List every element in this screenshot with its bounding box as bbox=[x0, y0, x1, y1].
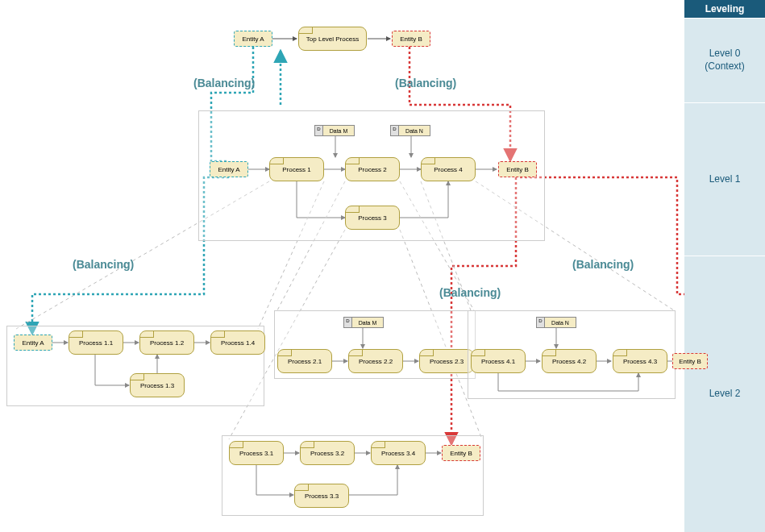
level2-process-3-2: Process 3.2 bbox=[300, 441, 355, 465]
balancing-label-1: (Balancing) bbox=[193, 77, 255, 89]
level2-process-4-2: Process 4.2 bbox=[542, 349, 597, 373]
level2-process-1-2: Process 1.2 bbox=[139, 330, 194, 355]
sidebar-header: Leveling bbox=[684, 0, 765, 18]
level-0-label: Level 0 (Context) bbox=[684, 18, 765, 102]
leveling-sidebar: Leveling Level 0 (Context) Level 1 Level… bbox=[684, 0, 765, 532]
level0-process: Top Level Process bbox=[298, 27, 367, 51]
level2-box2-datastore-m: DData M bbox=[343, 317, 384, 328]
level2-process-2-3: Process 2.3 bbox=[419, 349, 474, 373]
level2-process-2-1: Process 2.1 bbox=[277, 349, 332, 373]
level2-box4-datastore-n: DData N bbox=[536, 317, 576, 328]
level2-process-3-4: Process 3.4 bbox=[371, 441, 426, 465]
level2-process-3-3: Process 3.3 bbox=[294, 484, 349, 508]
level2-process-1-3: Process 1.3 bbox=[130, 373, 185, 397]
balancing-label-5: (Balancing) bbox=[572, 258, 634, 271]
level1-process-3: Process 3 bbox=[345, 206, 400, 230]
level2-box3-entity-b: Entity B bbox=[442, 445, 480, 461]
level2-process-4-1: Process 4.1 bbox=[471, 349, 526, 373]
level2-process-4-3: Process 4.3 bbox=[613, 349, 667, 373]
level1-process-2: Process 2 bbox=[345, 157, 400, 181]
level1-process-4: Process 4 bbox=[421, 157, 476, 181]
level0-entity-b: Entity B bbox=[392, 31, 430, 47]
level1-datastore-m: DData M bbox=[314, 125, 355, 136]
diagram-area: Entity A Top Level Process Entity B Enti… bbox=[0, 0, 684, 532]
level2-box1-entity-a: Entity A bbox=[14, 335, 52, 351]
level1-entity-b: Entity B bbox=[498, 161, 537, 177]
balancing-label-3: (Balancing) bbox=[73, 258, 134, 271]
balancing-label-4: (Balancing) bbox=[439, 286, 501, 299]
level-1-label: Level 1 bbox=[684, 102, 765, 256]
level2-process-1-4: Process 1.4 bbox=[210, 330, 265, 355]
level2-box4-entity-b: Entity B bbox=[672, 353, 708, 369]
level1-entity-a: Entity A bbox=[210, 161, 248, 177]
level2-process-2-2: Process 2.2 bbox=[348, 349, 403, 373]
level2-process-1-1: Process 1.1 bbox=[69, 330, 123, 355]
level-2-label: Level 2 bbox=[684, 256, 765, 532]
level0-entity-a: Entity A bbox=[234, 31, 272, 47]
level2-process-3-1: Process 3.1 bbox=[229, 441, 284, 465]
balancing-label-2: (Balancing) bbox=[395, 77, 456, 89]
level1-process-1: Process 1 bbox=[269, 157, 324, 181]
level1-datastore-n: DData N bbox=[390, 125, 430, 136]
